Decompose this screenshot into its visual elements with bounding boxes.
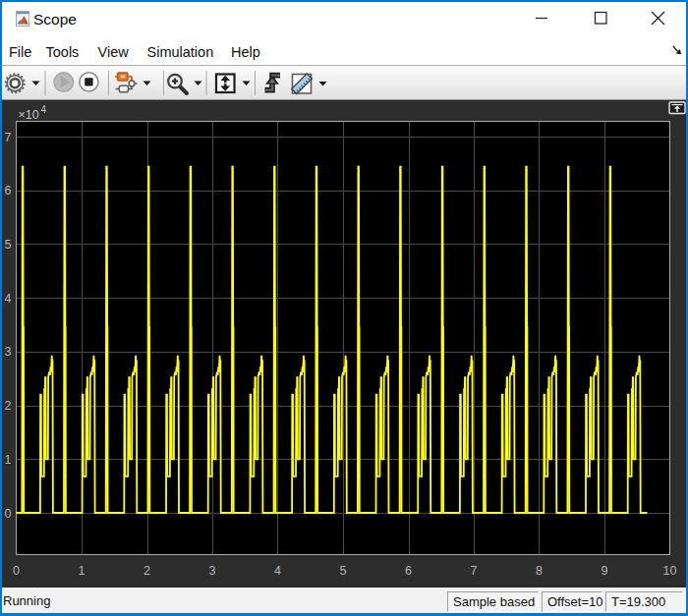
svg-text:10: 10 [663,564,677,578]
svg-text:7: 7 [5,131,12,144]
svg-text:4: 4 [274,564,281,578]
svg-text:1: 1 [79,564,86,578]
svg-text:8: 8 [536,564,543,578]
svg-text:6: 6 [405,564,412,578]
svg-text:5: 5 [5,238,12,252]
svg-text:2: 2 [5,399,12,413]
svg-text:9: 9 [602,564,608,578]
svg-text:3: 3 [5,345,12,359]
svg-text:0: 0 [5,507,12,521]
svg-text:2: 2 [143,564,150,578]
svg-text:5: 5 [340,564,347,578]
svg-text:0: 0 [13,564,20,578]
svg-text:6: 6 [5,184,12,197]
svg-text:4: 4 [41,104,47,115]
svg-text:7: 7 [471,564,478,578]
svg-text:4: 4 [5,292,12,306]
svg-text:×10: ×10 [19,108,39,122]
svg-text:3: 3 [209,564,216,578]
svg-text:1: 1 [5,453,12,467]
